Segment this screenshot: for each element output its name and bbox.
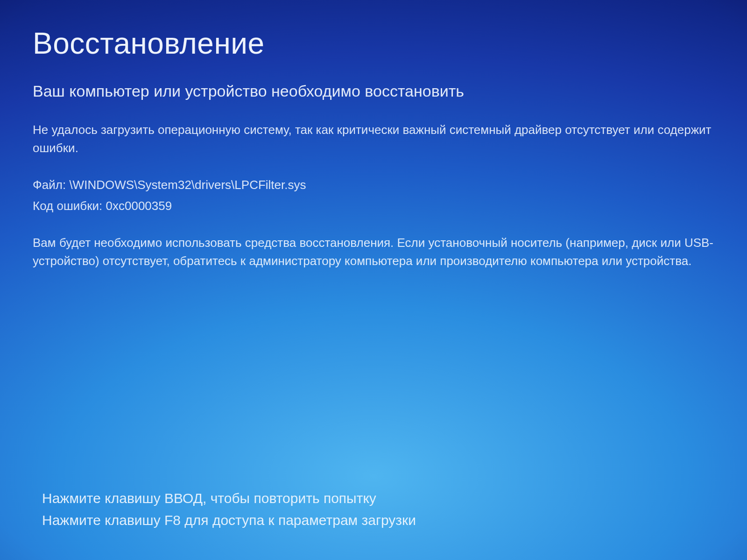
file-line: Файл: \WINDOWS\System32\drivers\LPCFilte…: [33, 176, 714, 194]
error-code-value: 0xc0000359: [106, 199, 172, 213]
f8-prompt: Нажмите клавишу F8 для доступа к парамет…: [42, 510, 714, 532]
error-reason: Не удалось загрузить операционную систем…: [33, 121, 714, 157]
page-title: Восстановление: [33, 26, 714, 61]
file-path: \WINDOWS\System32\drivers\LPCFilter.sys: [69, 178, 306, 192]
recovery-screen: Восстановление Ваш компьютер или устройс…: [0, 0, 747, 560]
file-label: Файл:: [33, 178, 66, 192]
error-code-line: Код ошибки: 0xc0000359: [33, 197, 714, 215]
retry-prompt: Нажмите клавишу ВВОД, чтобы повторить по…: [42, 488, 714, 510]
error-code-label: Код ошибки:: [33, 199, 102, 213]
recovery-instructions: Вам будет необходимо использовать средст…: [33, 234, 714, 270]
key-prompts: Нажмите клавишу ВВОД, чтобы повторить по…: [42, 488, 714, 531]
page-subtitle: Ваш компьютер или устройство необходимо …: [33, 82, 714, 100]
